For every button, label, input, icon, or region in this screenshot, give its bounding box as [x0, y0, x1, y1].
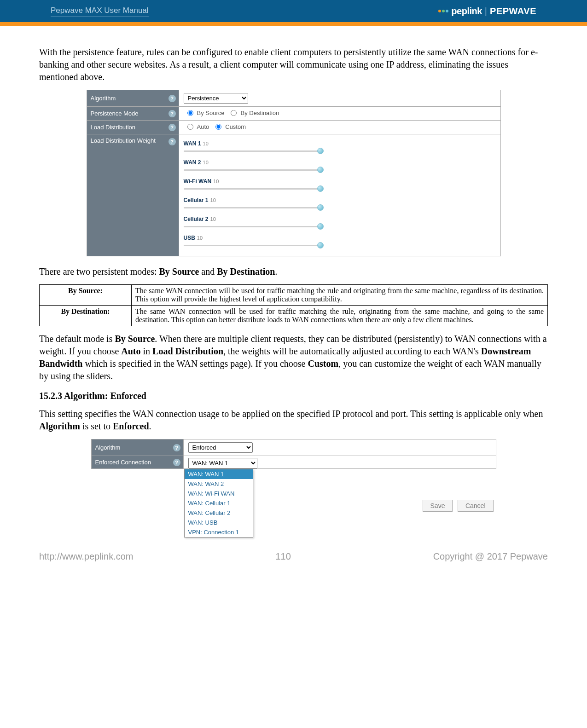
text: .	[149, 421, 151, 431]
help-icon[interactable]: ?	[173, 459, 180, 466]
weight-slider[interactable]	[184, 224, 322, 229]
dropdown-option[interactable]: WAN: Wi-Fi WAN	[185, 489, 253, 498]
dropdown-option[interactable]: WAN: WAN 2	[185, 479, 253, 489]
help-icon[interactable]: ?	[169, 124, 176, 131]
brand-divider: |	[485, 6, 487, 17]
footer-url: http://www.peplink.com	[39, 551, 134, 562]
row-value-persistence-mode: By Source By Destination	[179, 107, 500, 121]
text: and	[199, 266, 217, 277]
help-icon[interactable]: ?	[173, 444, 180, 451]
weight-name: WAN 2	[184, 159, 201, 166]
default-mode-paragraph: The default mode is By Source. When ther…	[39, 333, 548, 382]
mode-desc-cell: The same WAN connection will be used for…	[132, 285, 548, 306]
algorithm-select[interactable]: Enforced	[188, 442, 253, 453]
weight-name: Wi-Fi WAN	[184, 178, 212, 185]
weight-slider[interactable]	[184, 149, 322, 153]
page-footer: http://www.peplink.com 110 Copyright @ 2…	[39, 551, 548, 562]
row-value-enforced-connection: WAN: WAN 1	[183, 456, 496, 469]
weight-value: 10	[213, 179, 219, 184]
enforced-lower-row: WAN: WAN 1WAN: WAN 2WAN: Wi-Fi WANWAN: C…	[91, 469, 496, 537]
row-value-load-distribution: Auto Custom	[179, 121, 500, 134]
slider-thumb-icon[interactable]	[317, 185, 324, 192]
mode-name-cell: By Destination:	[40, 306, 132, 326]
dropdown-option[interactable]: WAN: Cellular 1	[185, 498, 253, 508]
label-text: Load Distribution	[91, 124, 136, 131]
auto-radio[interactable]	[187, 124, 193, 130]
row-value-algorithm: Enforced	[183, 439, 496, 456]
row-label-persistence-mode: Persistence Mode ?	[87, 107, 179, 121]
persistence-settings-table: Algorithm ? Persistence Persistence Mode…	[87, 90, 501, 256]
enforced-connection-dropdown[interactable]: WAN: WAN 1WAN: WAN 2WAN: Wi-Fi WANWAN: C…	[184, 469, 253, 537]
slider-thumb-icon[interactable]	[317, 223, 324, 230]
weight-row: Cellular 210	[184, 215, 496, 229]
weight-name: WAN 1	[184, 140, 201, 147]
accent-strip	[0, 22, 587, 26]
modes-table: By Source: The same WAN connection will …	[39, 284, 548, 326]
text: This setting specifies the WAN connectio…	[39, 409, 543, 419]
slider-track	[184, 188, 322, 190]
weight-row: WAN 210	[184, 159, 496, 172]
slider-track	[184, 207, 322, 208]
dot-icon	[442, 10, 445, 12]
dropdown-option[interactable]: WAN: WAN 1	[185, 469, 253, 479]
bold-text: By Destination	[217, 266, 275, 277]
slider-thumb-icon[interactable]	[317, 204, 324, 211]
slider-track	[184, 169, 322, 171]
page-content: With the persistence feature, rules can …	[0, 26, 587, 580]
weight-slider[interactable]	[184, 186, 322, 191]
slider-thumb-icon[interactable]	[317, 242, 324, 248]
weight-slider[interactable]	[184, 243, 322, 248]
help-icon[interactable]: ?	[169, 110, 176, 117]
weight-row: USB10	[184, 234, 496, 248]
weight-value: 10	[210, 197, 216, 203]
bold-text: Algorithm	[39, 421, 80, 431]
dot-icon	[438, 10, 441, 12]
text: There are two persistent modes:	[39, 266, 159, 277]
bold-text: Enforced	[113, 421, 149, 431]
radio-label: By Destination	[240, 110, 279, 116]
bold-text: By Source	[115, 334, 155, 344]
modes-intro: There are two persistent modes: By Sourc…	[39, 266, 548, 278]
weight-value: 10	[203, 160, 209, 165]
save-button[interactable]: Save	[423, 500, 453, 512]
brand-peplink: peplink	[451, 6, 482, 17]
weight-row: WAN 110	[184, 140, 496, 153]
text: .	[275, 266, 277, 277]
weight-row: Wi-Fi WAN10	[184, 178, 496, 191]
logo-dots	[438, 10, 448, 12]
text: in	[141, 346, 153, 356]
by-source-radio[interactable]	[187, 110, 193, 116]
dropdown-option[interactable]: WAN: Cellular 2	[185, 508, 253, 518]
dropdown-option[interactable]: VPN: Connection 1	[185, 527, 253, 537]
algorithm-select[interactable]: Persistence	[184, 93, 248, 104]
enforced-connection-select[interactable]: WAN: WAN 1	[188, 458, 257, 468]
by-destination-radio[interactable]	[231, 110, 237, 116]
row-label-algorithm: Algorithm ?	[87, 90, 179, 107]
weight-row: Cellular 110	[184, 196, 496, 210]
slider-thumb-icon[interactable]	[317, 148, 324, 154]
brand-pepwave: PEPWAVE	[490, 6, 536, 17]
radio-label: By Source	[197, 110, 225, 116]
help-icon[interactable]: ?	[169, 95, 176, 102]
cancel-button[interactable]: Cancel	[458, 500, 494, 512]
help-icon[interactable]: ?	[169, 138, 176, 145]
row-label-weight: Load Distribution Weight ?	[87, 134, 179, 256]
text: , the weights will be automatically adju…	[223, 346, 481, 356]
dropdown-option[interactable]: WAN: USB	[185, 518, 253, 527]
weight-value: 10	[197, 235, 203, 241]
slider-thumb-icon[interactable]	[317, 167, 324, 173]
weight-value: 10	[203, 141, 209, 146]
weight-slider[interactable]	[184, 168, 322, 172]
weight-name: Cellular 1	[184, 197, 209, 203]
mode-name-cell: By Source:	[40, 285, 132, 306]
intro-paragraph: With the persistence feature, rules can …	[39, 46, 548, 83]
slider-track	[184, 245, 322, 246]
weight-slider[interactable]	[184, 205, 322, 210]
slider-track	[184, 226, 322, 227]
row-label-algorithm: Algorithm ?	[91, 439, 183, 456]
radio-label: Auto	[197, 123, 209, 130]
bold-text: Load Distribution	[152, 346, 223, 356]
custom-radio[interactable]	[215, 124, 221, 130]
label-text: Persistence Mode	[91, 110, 139, 117]
section-heading: 15.2.3 Algorithm: Enforced	[39, 391, 548, 401]
